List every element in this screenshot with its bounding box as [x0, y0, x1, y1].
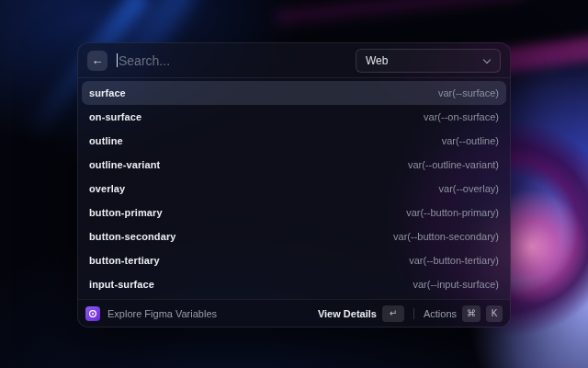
actions-button[interactable]: Actions [424, 308, 457, 319]
back-arrow-icon: ← [92, 54, 104, 66]
variable-name: button-primary [89, 207, 163, 218]
variable-css-value: var(--on-surface) [424, 111, 499, 122]
platform-dropdown-value: Web [366, 54, 388, 67]
command-key-badge[interactable]: ⌘ [462, 305, 481, 322]
back-button[interactable]: ← [87, 51, 107, 71]
list-item[interactable]: outline var(--outline) [82, 129, 506, 153]
platform-dropdown[interactable]: Web [356, 49, 501, 73]
list-item[interactable]: overlay var(--overlay) [82, 177, 506, 201]
list-item[interactable]: on-surface var(--on-surface) [82, 105, 506, 129]
wallpaper-streak-magenta [276, 0, 524, 24]
list-item[interactable]: surface var(--surface) [82, 81, 506, 105]
extension-name: Explore Figma Variables [107, 308, 217, 319]
footer-actions: View Details ↵ Actions ⌘ K [318, 305, 503, 322]
list-item[interactable]: button-secondary var(--button-secondary) [82, 224, 506, 248]
variable-name: outline [89, 135, 123, 146]
variable-name: button-secondary [89, 231, 176, 242]
variable-css-value: var(--surface) [438, 87, 499, 98]
search-input[interactable] [119, 53, 356, 68]
search-bar: ← Web [78, 43, 510, 78]
variable-css-value: var(--overlay) [439, 183, 499, 194]
k-key-badge[interactable]: K [486, 305, 503, 322]
enter-key-badge[interactable]: ↵ [382, 305, 404, 322]
target-icon [88, 309, 97, 318]
variable-css-value: var(--button-secondary) [393, 231, 499, 242]
list-item[interactable]: button-primary var(--button-primary) [82, 201, 506, 224]
chevron-down-icon [483, 55, 491, 63]
list-item[interactable]: outline-variant var(--outline-variant) [82, 153, 506, 177]
variable-name: overlay [89, 183, 125, 194]
variable-name: on-surface [89, 111, 141, 122]
list-item[interactable]: button-tertiary var(--button-tertiary) [82, 248, 506, 272]
variable-name: outline-variant [89, 159, 160, 170]
palette-footer: Explore Figma Variables View Details ↵ A… [78, 299, 510, 327]
variable-css-value: var(--button-primary) [406, 207, 499, 218]
variable-css-value: var(--button-tertiary) [409, 255, 499, 266]
command-palette-window: ← Web surface var(--surface) on-surface … [77, 42, 511, 328]
variable-css-value: var(--outline) [442, 135, 499, 146]
variable-name: input-surface [89, 279, 154, 290]
text-cursor [117, 53, 118, 67]
variable-css-value: var(--input-surface) [413, 279, 499, 290]
footer-divider [413, 308, 414, 319]
list-item[interactable]: input-surface var(--input-surface) [82, 272, 506, 296]
figma-variables-app-icon target-icon [85, 306, 100, 321]
search-field-wrap [117, 53, 356, 68]
view-details-button[interactable]: View Details [318, 308, 377, 319]
variable-name: surface [89, 87, 126, 98]
desktop: { "header": { "back_label": "\u2190", "s… [0, 0, 588, 368]
variable-css-value: var(--outline-variant) [408, 159, 499, 170]
variable-name: button-tertiary [89, 255, 160, 266]
variables-list: surface var(--surface) on-surface var(--… [78, 78, 510, 299]
